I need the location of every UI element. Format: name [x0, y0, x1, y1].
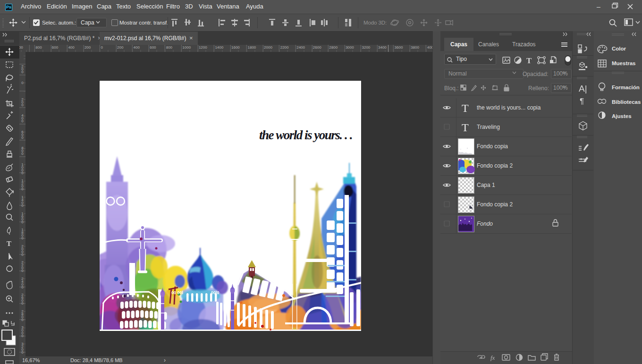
svg-text:00 00l: 00 00l [171, 290, 183, 295]
